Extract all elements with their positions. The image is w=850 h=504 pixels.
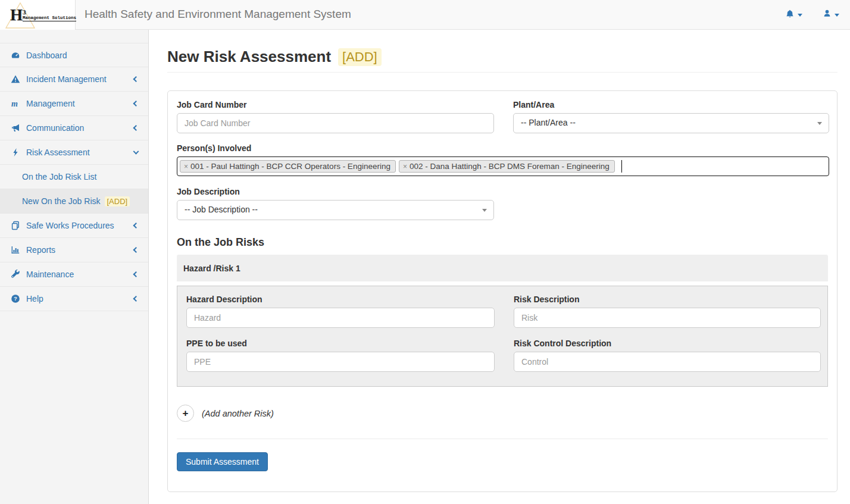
caret-down-icon (835, 14, 839, 17)
person-tag: × 001 - Paul Hattingh - BCP CCR Operator… (180, 160, 396, 173)
user-icon (823, 9, 832, 21)
person-tag-label: 001 - Paul Hattingh - BCP CCR Operators … (190, 162, 390, 171)
sidebar-item-label: Management (26, 99, 75, 108)
chevron-left-icon (133, 271, 139, 277)
job-description-field-group: Job Description -- Job Description -- (177, 187, 494, 220)
sidebar-item-label: Safe Works Procedures (26, 221, 114, 230)
svg-text:m: m (11, 99, 18, 108)
risk-control-input[interactable] (514, 352, 821, 372)
risk-description-input[interactable] (514, 308, 821, 328)
add-badge: [ADD] (105, 196, 130, 206)
sidebar-nav: Dashboard Incident Management m Manageme… (0, 30, 149, 504)
plant-area-select[interactable]: -- Plant/Area -- (513, 113, 829, 133)
wrench-icon (11, 270, 21, 279)
person-tag: × 002 - Dana Hattingh - BCP DMS Foreman … (399, 160, 615, 173)
job-card-number-field-group: Job Card Number (177, 100, 494, 133)
chevron-left-icon (133, 101, 139, 107)
add-badge: [ADD] (338, 48, 382, 66)
job-card-number-input[interactable] (177, 113, 494, 133)
plant-area-label: Plant/Area (513, 100, 829, 109)
hazard-risk-1-body: Hazard Description Risk Description PPE … (177, 286, 828, 387)
app-logo[interactable]: H3 Management Solutions (0, 0, 76, 30)
sidebar-item-communication[interactable]: Communication (0, 116, 148, 140)
chevron-left-icon (133, 76, 139, 82)
add-risk-button[interactable]: + (177, 405, 194, 422)
risk-control-label: Risk Control Description (514, 339, 821, 348)
main-content: New Risk Assessment [ADD] Job Card Numbe… (149, 30, 850, 504)
remove-tag-icon[interactable]: × (184, 162, 188, 171)
chevron-left-icon (133, 296, 139, 302)
risk-control-field-group: Risk Control Description (514, 339, 821, 372)
plus-icon: + (183, 408, 189, 418)
hazard-description-label: Hazard Description (186, 295, 495, 304)
notifications-menu[interactable] (785, 9, 802, 21)
sidebar-item-risk-assessment[interactable]: Risk Assessment (0, 140, 148, 165)
bullhorn-icon (11, 123, 21, 133)
job-description-selected-value: -- Job Description -- (185, 205, 258, 214)
sidebar-item-label: Help (26, 294, 43, 303)
sidebar-item-reports[interactable]: Reports (0, 238, 148, 262)
logo-subtext: Management Solutions (23, 15, 76, 21)
top-header: H3 Management Solutions Health Safety an… (0, 0, 850, 30)
ppe-field-group: PPE to be used (186, 339, 495, 372)
sidebar-item-label: New On the Job Risk (22, 196, 101, 206)
job-description-select[interactable]: -- Job Description -- (177, 200, 494, 220)
page-title: New Risk Assessment (167, 48, 331, 66)
sidebar-item-dashboard[interactable]: Dashboard (0, 43, 148, 67)
persons-involved-field-group: Person(s) Involved × 001 - Paul Hattingh… (177, 143, 828, 176)
add-risk-label: (Add another Risk) (202, 409, 274, 418)
on-the-job-risks-heading: On the Job Risks (177, 236, 828, 249)
plant-area-selected-value: -- Plant/Area -- (521, 118, 576, 127)
sidebar-item-safe-works-procedures[interactable]: Safe Works Procedures (0, 214, 148, 238)
job-description-label: Job Description (177, 187, 494, 196)
sidebar-item-label: Incident Management (26, 74, 107, 84)
job-card-number-label: Job Card Number (177, 100, 494, 109)
chevron-left-icon (133, 247, 139, 253)
caret-down-icon (482, 209, 487, 212)
user-menu[interactable] (823, 9, 839, 21)
question-circle-icon: ? (11, 294, 21, 303)
bell-icon (785, 9, 795, 21)
risk-assessment-form-panel: Job Card Number Plant/Area -- Plant/Area… (167, 90, 838, 492)
sidebar-item-management[interactable]: m Management (0, 92, 148, 116)
sidebar-item-label: On the Job Risk List (22, 172, 96, 181)
remove-tag-icon[interactable]: × (403, 162, 407, 171)
sidebar-item-incident-management[interactable]: Incident Management (0, 67, 148, 92)
text-cursor (621, 160, 622, 173)
app-title: Health Safety and Environment Management… (85, 8, 351, 21)
chevron-down-icon (133, 149, 139, 155)
caret-down-icon (817, 122, 822, 125)
title-divider (167, 72, 838, 73)
sidebar-item-label: Risk Assessment (26, 148, 90, 157)
ppe-label: PPE to be used (186, 339, 495, 348)
risk-description-label: Risk Description (514, 295, 821, 304)
letter-m-icon: m (11, 99, 21, 108)
submit-assessment-button[interactable]: Submit Assessment (177, 452, 268, 471)
copy-icon (11, 221, 21, 230)
persons-involved-multiselect[interactable]: × 001 - Paul Hattingh - BCP CCR Operator… (177, 156, 829, 176)
bolt-icon (11, 148, 21, 157)
sidebar-item-label: Dashboard (26, 51, 67, 60)
add-risk-row: + (Add another Risk) (177, 405, 828, 422)
form-divider (177, 439, 828, 439)
sidebar-item-maintenance[interactable]: Maintenance (0, 262, 148, 287)
hazard-description-field-group: Hazard Description (186, 295, 495, 328)
dashboard-icon (11, 51, 21, 60)
plant-area-field-group: Plant/Area -- Plant/Area -- (513, 100, 829, 133)
person-tag-label: 002 - Dana Hattingh - BCP DMS Foreman - … (410, 162, 610, 171)
svg-text:?: ? (14, 295, 17, 302)
ppe-input[interactable] (186, 352, 495, 372)
hazard-risk-1-header: Hazard /Risk 1 (177, 255, 828, 281)
chevron-left-icon (133, 125, 139, 131)
bar-chart-icon (11, 245, 21, 255)
warning-triangle-icon (11, 74, 21, 84)
sidebar-subitem-on-the-job-risk-list[interactable]: On the Job Risk List (0, 165, 148, 189)
chevron-left-icon (133, 223, 139, 228)
caret-down-icon (798, 14, 802, 17)
hazard-description-input[interactable] (186, 308, 495, 328)
sidebar-subitem-new-on-the-job-risk[interactable]: New On the Job Risk [ADD] (0, 189, 148, 214)
sidebar-item-help[interactable]: ? Help (0, 287, 148, 311)
sidebar-item-label: Reports (26, 245, 55, 255)
persons-involved-label: Person(s) Involved (177, 143, 828, 153)
sidebar-item-label: Communication (26, 123, 84, 133)
